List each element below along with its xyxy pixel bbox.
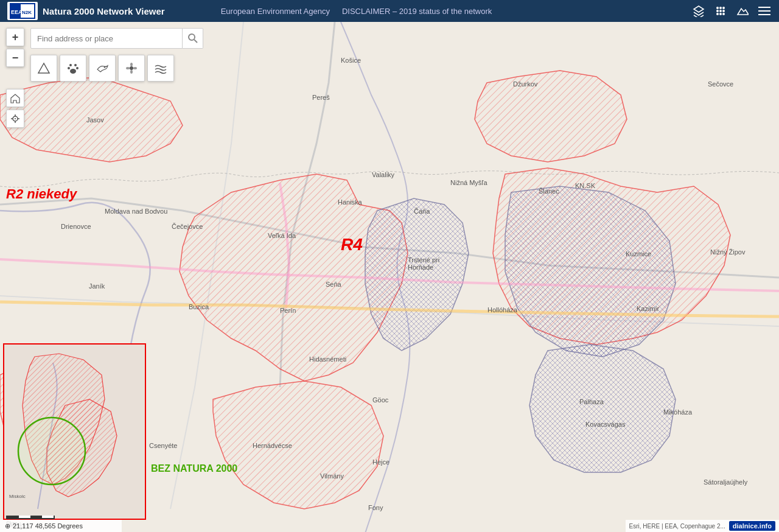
svg-point-11 xyxy=(719,13,722,15)
svg-point-10 xyxy=(716,13,719,15)
header-bar: EEA N2K Natura 2000 Network Viewer Europ… xyxy=(0,0,779,22)
attribution-bar: Esri, HERE | EEA, Copenhague 2... dialni… xyxy=(626,520,779,532)
nav-buttons xyxy=(6,89,24,128)
svg-line-36 xyxy=(194,40,197,43)
coords-symbol: ⊕ xyxy=(5,522,10,530)
zoom-controls: + − xyxy=(6,28,24,67)
svg-point-39 xyxy=(74,64,77,66)
zoom-out-button[interactable]: − xyxy=(6,49,24,67)
svg-point-9 xyxy=(722,10,725,12)
svg-point-40 xyxy=(68,67,70,69)
layer-btn-flower[interactable] xyxy=(118,55,145,82)
coords-value: 21,117 48,565 Degrees xyxy=(13,522,83,530)
layer-btn-mountain[interactable] xyxy=(30,55,57,82)
svg-text:Miskolc: Miskolc xyxy=(9,494,26,499)
svg-point-8 xyxy=(719,10,722,12)
attribution-text: Esri, HERE | EEA, Copenhague 2... xyxy=(629,523,725,530)
svg-marker-26 xyxy=(365,198,469,351)
svg-point-42 xyxy=(70,69,76,74)
dialnice-badge[interactable]: dialnice.info xyxy=(729,521,775,531)
svg-point-7 xyxy=(716,10,719,12)
grid-icon-btn[interactable] xyxy=(711,1,730,21)
search-container xyxy=(30,28,203,49)
agency-info: European Environment Agency DISCLAIMER –… xyxy=(221,7,492,16)
inset-map: Miskolc xyxy=(3,343,146,520)
layer-buttons-container xyxy=(30,55,174,82)
svg-marker-21 xyxy=(475,71,627,162)
svg-point-12 xyxy=(722,13,725,15)
menu-icon-btn[interactable] xyxy=(755,1,774,21)
zoom-in-button[interactable]: + xyxy=(6,28,24,46)
eea-logo: EEA N2K xyxy=(7,2,38,20)
svg-point-35 xyxy=(189,34,195,40)
svg-point-45 xyxy=(130,63,133,66)
svg-marker-23 xyxy=(213,381,383,509)
search-input[interactable] xyxy=(30,28,183,49)
agency-name: European Environment Agency xyxy=(221,7,330,16)
app-title: Natura 2000 Network Viewer xyxy=(43,6,165,16)
svg-point-38 xyxy=(69,64,72,66)
location-button[interactable] xyxy=(6,110,24,128)
header-icons xyxy=(689,1,779,21)
mountain-icon-btn[interactable] xyxy=(733,1,752,21)
coordinates-bar: ⊕ 21,117 48,565 Degrees xyxy=(0,520,122,532)
svg-point-4 xyxy=(716,7,719,9)
home-button[interactable] xyxy=(6,89,24,107)
map-container[interactable]: KošicePerešJasovDžurkovSečovceValalikyNi… xyxy=(0,22,779,532)
svg-marker-37 xyxy=(38,63,49,73)
svg-point-46 xyxy=(130,70,133,74)
svg-point-44 xyxy=(130,66,133,70)
svg-point-43 xyxy=(104,66,106,68)
layer-btn-waves[interactable] xyxy=(147,55,174,82)
layer-btn-bird[interactable] xyxy=(89,55,116,82)
svg-marker-20 xyxy=(0,77,183,162)
svg-marker-28 xyxy=(529,345,676,472)
search-button[interactable] xyxy=(183,28,203,49)
svg-point-50 xyxy=(15,118,16,119)
svg-point-48 xyxy=(133,67,137,69)
svg-point-47 xyxy=(126,67,130,69)
svg-point-33 xyxy=(18,418,85,485)
logo-area: EEA N2K Natura 2000 Network Viewer xyxy=(0,2,172,20)
disclaimer-text: DISCLAIMER – 2019 status of the network xyxy=(342,7,492,16)
layer-btn-paw[interactable] xyxy=(60,55,86,82)
svg-point-5 xyxy=(719,7,722,9)
scale-line xyxy=(6,516,55,519)
svg-point-6 xyxy=(722,7,725,9)
svg-point-41 xyxy=(76,67,79,69)
layers-icon-btn[interactable] xyxy=(689,1,708,21)
svg-text:N2K: N2K xyxy=(22,10,32,15)
